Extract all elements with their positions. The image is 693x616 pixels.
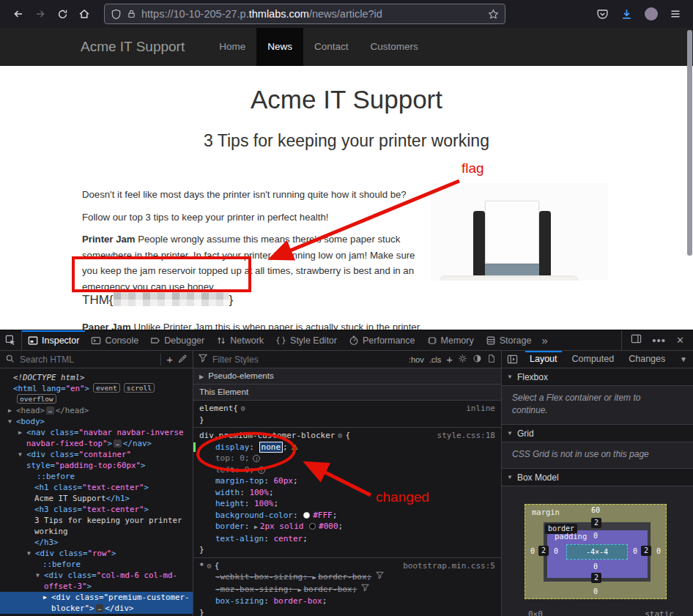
- devtools-tab-console[interactable]: Console: [85, 330, 144, 350]
- badge-overflow[interactable]: overflow: [17, 394, 56, 404]
- ellipsis-chip[interactable]: …: [96, 604, 104, 612]
- stylesheet-source-link[interactable]: inline: [466, 403, 495, 415]
- overridden-filter-icon[interactable]: [376, 572, 384, 582]
- bookmark-star-icon[interactable]: [488, 9, 499, 20]
- rule-selector[interactable]: *⚙ {bootstrap.min.css:5: [193, 560, 501, 572]
- nav-item-contact[interactable]: Contact: [303, 28, 360, 66]
- margin-bottom-value[interactable]: 0: [588, 587, 603, 595]
- expand-shorthand-icon[interactable]: ▶: [254, 524, 258, 530]
- print-simulation-icon[interactable]: [487, 354, 496, 365]
- expand-arrow-icon[interactable]: ▶: [43, 592, 47, 603]
- url-bar[interactable]: https://10-10-205-27.p.thmlabs.com/news/…: [104, 4, 505, 24]
- stylesheet-source-link[interactable]: bootstrap.min.css:5: [403, 560, 495, 572]
- tree-node[interactable]: ▶<nav class="navbar navbar-inversenavbar…: [0, 427, 193, 449]
- expand-arrow-icon[interactable]: ▶: [8, 405, 12, 416]
- filter-styles-input[interactable]: Filter Styles: [212, 355, 259, 365]
- sidebar-dropdown-icon[interactable]: ▼: [680, 355, 693, 363]
- sidebar-tab-changes[interactable]: Changes: [621, 351, 672, 368]
- padding-top-value[interactable]: 0: [588, 532, 603, 540]
- tree-node[interactable]: <h3 class="text-center">3 Tips for keepi…: [0, 504, 193, 548]
- css-declaration-moz-box-sizing[interactable]: -moz-box-sizing: ▶border-box;: [193, 584, 501, 596]
- rule-selector[interactable]: div.premium-customer-blocker⚙ {style.css…: [193, 430, 501, 442]
- tree-node[interactable]: <!DOCTYPE html>: [0, 372, 193, 383]
- devtools-tab-style-editor[interactable]: Style Editor: [270, 330, 343, 350]
- site-brand[interactable]: Acme IT Support: [81, 39, 185, 55]
- css-declaration-background-color[interactable]: background-color: #FFF;: [193, 510, 501, 522]
- tree-node[interactable]: ▼<body>: [0, 416, 193, 427]
- border-bottom-value[interactable]: 2: [591, 573, 601, 583]
- shield-icon[interactable]: [111, 9, 122, 20]
- rule-selector[interactable]: element {⚙inline: [193, 403, 501, 415]
- nav-item-customers[interactable]: Customers: [360, 28, 429, 66]
- boxmodel-section-header[interactable]: ▼Box Model: [502, 469, 693, 486]
- box-model-content[interactable]: -4×-4: [566, 544, 628, 560]
- reload-icon[interactable]: [51, 3, 73, 25]
- toggle-classes-button[interactable]: .cls: [429, 355, 442, 364]
- color-swatch[interactable]: [309, 523, 316, 530]
- devtools-tab-debugger[interactable]: Debugger: [144, 330, 210, 350]
- devtools-tab-memory[interactable]: Memory: [421, 330, 480, 350]
- margin-left-value[interactable]: 0: [525, 547, 540, 555]
- page-scrollbar[interactable]: [687, 30, 692, 256]
- stylesheet-source-link[interactable]: style.css:18: [437, 430, 495, 442]
- border-right-value[interactable]: 2: [641, 546, 651, 556]
- css-declaration-text-align[interactable]: text-align: center;: [193, 533, 501, 545]
- search-html-input[interactable]: Search HTML: [20, 355, 74, 365]
- download-icon[interactable]: [620, 8, 633, 21]
- css-declaration-border[interactable]: border: ▶2px solid #000;: [193, 521, 501, 533]
- css-declaration-top[interactable]: top: 0;i: [193, 453, 501, 464]
- toggle-pseudo-classes-button[interactable]: :hov: [409, 355, 424, 364]
- ellipsis-chip[interactable]: …: [114, 439, 122, 448]
- split-console-icon[interactable]: [631, 333, 642, 347]
- devtools-menu-icon[interactable]: •••: [652, 334, 666, 346]
- lock-icon[interactable]: [127, 9, 136, 19]
- css-declaration-height[interactable]: height: 100%;: [193, 498, 501, 510]
- tree-node[interactable]: ::before: [0, 471, 193, 482]
- back-icon[interactable]: [7, 3, 29, 25]
- menu-icon[interactable]: [670, 8, 681, 20]
- margin-right-value[interactable]: 0: [651, 547, 666, 555]
- eyedropper-icon[interactable]: [178, 354, 188, 365]
- pick-element-icon[interactable]: [0, 330, 22, 350]
- forward-icon[interactable]: [29, 3, 51, 25]
- tree-node[interactable]: ▼<div class="row">: [0, 548, 193, 559]
- collapse-arrow-icon[interactable]: ▼: [8, 416, 12, 427]
- devtools-tab-network[interactable]: Network: [210, 330, 270, 350]
- add-node-icon[interactable]: +: [166, 353, 173, 365]
- expand-shorthand-icon[interactable]: ▶: [312, 574, 316, 581]
- home-icon[interactable]: [73, 3, 95, 25]
- collapse-arrow-icon[interactable]: ▼: [18, 449, 22, 460]
- css-declaration-webkit-box-sizing[interactable]: -webkit-box-sizing: ▶border-box;: [193, 571, 501, 584]
- sidebar-tab-computed[interactable]: Computed: [565, 351, 622, 368]
- sidebar-toggle-icon[interactable]: [502, 354, 522, 365]
- expand-shorthand-icon[interactable]: ▶: [298, 587, 302, 593]
- sidebar-tab-layout[interactable]: Layout: [522, 351, 565, 368]
- css-declaration-box-sizing[interactable]: box-sizing: border-box;: [193, 595, 501, 607]
- tree-node[interactable]: ▶<head>…</head>: [0, 405, 193, 416]
- inactive-info-icon[interactable]: i: [258, 467, 265, 474]
- tree-node[interactable]: ▼<div class="col-md-6 col-md-offset-3">: [0, 570, 193, 592]
- tree-node[interactable]: ::before: [0, 559, 193, 570]
- more-tabs-icon[interactable]: »: [537, 330, 552, 350]
- rule-settings-icon[interactable]: ⚙: [207, 560, 212, 572]
- grid-section-header[interactable]: ▼Grid: [502, 425, 693, 442]
- inactive-info-icon[interactable]: i: [253, 455, 260, 462]
- account-avatar[interactable]: [645, 7, 658, 21]
- padding-right-value[interactable]: 0: [628, 547, 642, 555]
- tree-node[interactable]: <h1 class="text-center">Acme IT Support<…: [0, 482, 193, 504]
- value-edit-input[interactable]: none: [259, 442, 284, 453]
- pocket-icon[interactable]: [596, 8, 609, 21]
- dark-scheme-icon[interactable]: [472, 354, 482, 365]
- tree-node[interactable]: ▼<div class="container"style="padding-to…: [0, 449, 193, 471]
- border-top-value[interactable]: 2: [591, 518, 601, 528]
- collapse-arrow-icon[interactable]: ▼: [36, 570, 40, 581]
- light-scheme-icon[interactable]: [458, 354, 467, 365]
- rule-settings-icon[interactable]: ⚙: [338, 430, 342, 442]
- padding-bottom-value[interactable]: 0: [588, 563, 603, 571]
- border-left-value[interactable]: 2: [538, 546, 549, 556]
- close-devtools-icon[interactable]: ✕: [676, 335, 684, 346]
- nav-item-news[interactable]: News: [256, 28, 303, 66]
- badge-scroll[interactable]: scroll: [124, 383, 155, 393]
- css-declaration-left[interactable]: left: 0;i: [193, 464, 501, 476]
- color-swatch[interactable]: [303, 512, 310, 519]
